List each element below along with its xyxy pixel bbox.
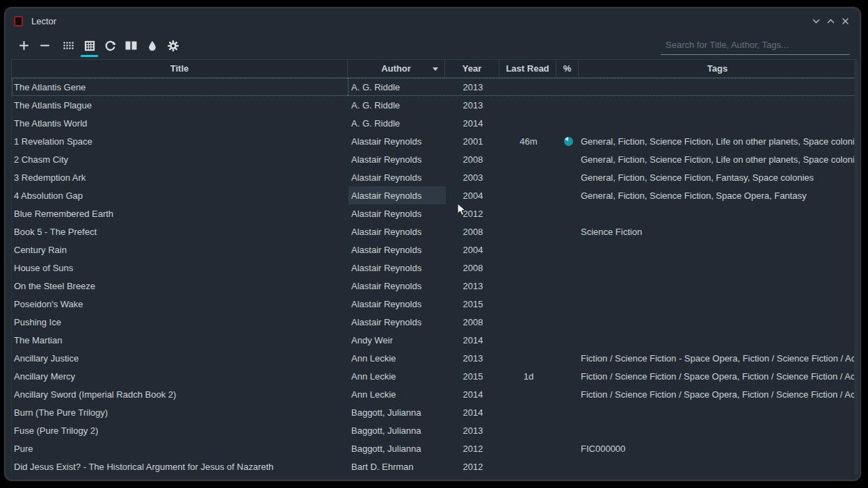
- table-row[interactable]: Poseidon's WakeAlastair Reynolds2015: [12, 295, 857, 313]
- library-view-button[interactable]: [58, 37, 79, 55]
- maximize-button[interactable]: [824, 15, 837, 28]
- title-cell[interactable]: Pushing Ice: [12, 313, 348, 331]
- year-cell[interactable]: 2013: [446, 96, 500, 114]
- tags-cell[interactable]: [579, 421, 857, 439]
- last-read-cell[interactable]: 1d: [500, 367, 557, 385]
- tags-cell[interactable]: [579, 277, 857, 295]
- last-read-cell[interactable]: [500, 331, 557, 349]
- column-header-last-read[interactable]: Last Read: [499, 59, 556, 78]
- tags-cell[interactable]: General, Fiction, Science Fiction, Life …: [579, 150, 857, 168]
- last-read-cell[interactable]: [500, 403, 557, 421]
- author-cell[interactable]: Baggott, Julianna: [348, 403, 446, 421]
- author-cell[interactable]: Ann Leckie: [348, 367, 446, 385]
- tags-cell[interactable]: [579, 457, 857, 474]
- last-read-cell[interactable]: [500, 277, 557, 295]
- tags-cell[interactable]: FIC000000: [579, 439, 857, 457]
- table-row[interactable]: PureBaggott, Julianna2012FIC000000: [12, 439, 857, 457]
- table-row[interactable]: Fuse (Pure Trilogy 2)Baggott, Julianna20…: [12, 421, 857, 439]
- year-cell[interactable]: 2008: [446, 313, 500, 331]
- year-cell[interactable]: 2014: [446, 114, 500, 132]
- author-cell[interactable]: Alastair Reynolds: [348, 241, 446, 259]
- last-read-cell[interactable]: [500, 259, 557, 277]
- close-button[interactable]: [839, 15, 851, 28]
- search-input[interactable]: [661, 36, 850, 55]
- author-cell[interactable]: Ann Leckie: [348, 385, 446, 403]
- year-cell[interactable]: 2015: [446, 295, 500, 313]
- last-read-cell[interactable]: [500, 168, 557, 186]
- title-cell[interactable]: Blue Remembered Earth: [12, 204, 348, 222]
- tags-cell[interactable]: [579, 403, 857, 421]
- author-cell[interactable]: Bart D. Ehrman: [348, 457, 446, 474]
- column-header-%[interactable]: %: [556, 59, 579, 78]
- table-row[interactable]: Ancillary Sword (Imperial Radch Book 2)A…: [12, 385, 857, 403]
- title-cell[interactable]: 3 Redemption Ark: [12, 168, 348, 186]
- title-cell[interactable]: 2 Chasm City: [12, 150, 348, 168]
- tags-cell[interactable]: [579, 259, 857, 277]
- table-row[interactable]: Ancillary MercyAnn Leckie20151dFiction /…: [12, 367, 857, 385]
- last-read-cell[interactable]: [500, 313, 557, 331]
- progress-cell[interactable]: [557, 421, 579, 439]
- author-cell[interactable]: A. G. Riddle: [348, 78, 446, 96]
- last-read-cell[interactable]: 46m: [500, 132, 557, 150]
- table-row[interactable]: 4 Absolution GapAlastair Reynolds2004Gen…: [12, 186, 857, 204]
- progress-cell[interactable]: [557, 204, 579, 222]
- table-row[interactable]: Blue Remembered EarthAlastair Reynolds20…: [12, 204, 857, 222]
- table-row[interactable]: Book 5 - The PrefectAlastair Reynolds200…: [12, 222, 857, 241]
- progress-cell[interactable]: [557, 367, 579, 385]
- table-row[interactable]: 1 Revelation SpaceAlastair Reynolds20014…: [12, 132, 857, 150]
- progress-cell[interactable]: [557, 331, 579, 349]
- author-cell[interactable]: Alastair Reynolds: [348, 222, 446, 241]
- author-cell[interactable]: Baggott, Julianna: [348, 421, 446, 439]
- year-cell[interactable]: 2013: [446, 78, 500, 96]
- table-row[interactable]: 2 Chasm CityAlastair Reynolds2008General…: [12, 150, 857, 168]
- author-cell[interactable]: Alastair Reynolds: [348, 150, 446, 168]
- table-row[interactable]: 3 Redemption ArkAlastair Reynolds2003Gen…: [12, 168, 857, 186]
- title-cell[interactable]: Did Jesus Exist? - The Historical Argume…: [12, 457, 348, 474]
- progress-cell[interactable]: [557, 78, 579, 96]
- last-read-cell[interactable]: [500, 186, 557, 204]
- author-cell[interactable]: Baggott, Julianna: [348, 439, 446, 457]
- table-row[interactable]: The Atlantis PlagueA. G. Riddle2013: [12, 96, 857, 114]
- title-cell[interactable]: The Atlantis Gene: [12, 78, 348, 96]
- progress-cell[interactable]: [557, 114, 579, 132]
- year-cell[interactable]: 2004: [446, 241, 500, 259]
- progress-cell[interactable]: [557, 385, 579, 403]
- title-cell[interactable]: Ancillary Justice: [12, 349, 348, 367]
- year-cell[interactable]: 2014: [446, 331, 500, 349]
- title-cell[interactable]: The Atlantis Plague: [12, 96, 348, 114]
- year-cell[interactable]: 2003: [446, 168, 500, 186]
- tags-cell[interactable]: General, Fiction, Science Fiction, Fanta…: [579, 168, 857, 186]
- vertical-scrollbar[interactable]: [854, 60, 858, 475]
- year-cell[interactable]: 2012: [446, 204, 500, 222]
- progress-cell[interactable]: [557, 168, 579, 186]
- progress-cell[interactable]: [557, 222, 579, 241]
- title-cell[interactable]: The Martian: [12, 331, 348, 349]
- tags-cell[interactable]: [579, 295, 857, 313]
- column-header-year[interactable]: Year: [445, 59, 499, 78]
- author-cell[interactable]: Alastair Reynolds: [348, 204, 446, 222]
- tags-cell[interactable]: Fiction / Science Fiction / Space Opera,…: [579, 367, 857, 385]
- progress-cell[interactable]: [557, 403, 579, 421]
- table-row[interactable]: Did Jesus Exist? - The Historical Argume…: [12, 457, 857, 474]
- year-cell[interactable]: 2013: [446, 349, 500, 367]
- last-read-cell[interactable]: [500, 295, 557, 313]
- year-cell[interactable]: 2012: [446, 457, 500, 474]
- progress-cell[interactable]: [557, 277, 579, 295]
- progress-cell[interactable]: [557, 259, 579, 277]
- table-row[interactable]: The MartianAndy Weir2014: [12, 331, 857, 349]
- last-read-cell[interactable]: [500, 421, 557, 439]
- table-view-button[interactable]: [79, 37, 99, 55]
- tags-cell[interactable]: Fiction / Science Fiction - Space Opera,…: [579, 349, 857, 367]
- table-row[interactable]: On the Steel BreezeAlastair Reynolds2013: [12, 277, 857, 295]
- table-row[interactable]: Pushing IceAlastair Reynolds2008: [12, 313, 857, 331]
- author-cell[interactable]: Ann Leckie: [348, 349, 446, 367]
- last-read-cell[interactable]: [500, 385, 557, 403]
- title-cell[interactable]: Book 5 - The Prefect: [12, 222, 348, 241]
- last-read-cell[interactable]: [500, 150, 557, 168]
- progress-cell[interactable]: [557, 241, 579, 259]
- last-read-cell[interactable]: [500, 222, 557, 241]
- author-cell[interactable]: Alastair Reynolds: [348, 132, 446, 150]
- year-cell[interactable]: 2013: [446, 421, 500, 439]
- year-cell[interactable]: 2008: [446, 222, 500, 241]
- progress-cell[interactable]: [557, 150, 579, 168]
